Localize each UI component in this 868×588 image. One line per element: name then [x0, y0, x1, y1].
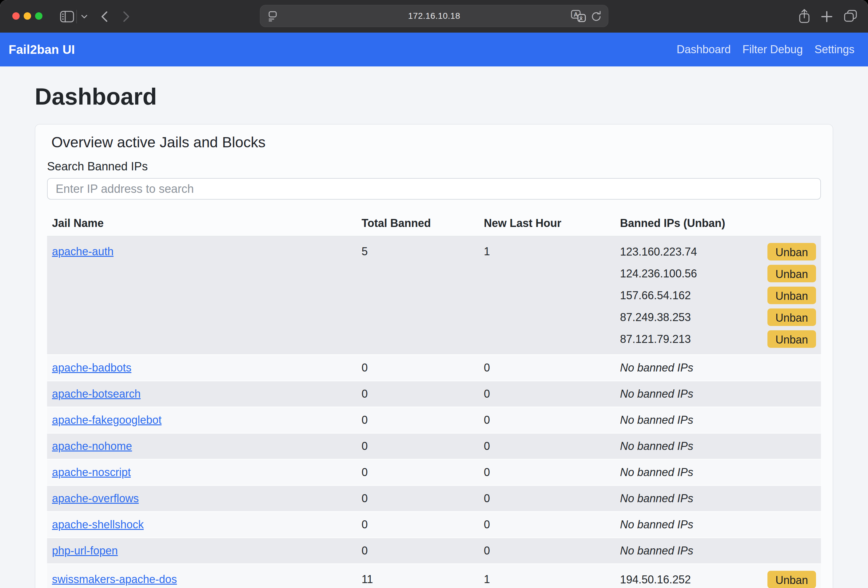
app-brand[interactable]: Fail2ban UI: [9, 43, 75, 57]
table-body: apache-auth 5 1 123.160.223.74Unban124.2…: [47, 236, 821, 588]
total-banned-cell: 11: [356, 563, 479, 588]
card-title: Overview active Jails and Blocks: [52, 134, 821, 151]
table-row: apache-auth 5 1 123.160.223.74Unban124.2…: [47, 236, 821, 354]
banned-ips-cell: No banned IPs: [615, 407, 821, 433]
total-banned-cell: 0: [356, 511, 479, 537]
new-last-hour-cell: 0: [479, 354, 615, 380]
no-banned-ips-text: No banned IPs: [620, 388, 693, 400]
table-row: php-url-fopen 0 0 No banned IPs: [47, 537, 821, 563]
jail-link[interactable]: apache-shellshock: [52, 518, 144, 531]
no-banned-ips-text: No banned IPs: [620, 466, 693, 479]
banned-ip-entry: 123.160.223.74Unban: [620, 241, 816, 262]
address-bar[interactable]: 172.16.10.18 A x̂: [260, 5, 608, 27]
total-banned-cell: 0: [356, 459, 479, 485]
back-chevron-icon: [100, 11, 108, 22]
new-tab-button[interactable]: [821, 10, 833, 23]
unban-button[interactable]: Unban: [768, 287, 816, 304]
table-row: apache-botsearch 0 0 No banned IPs: [47, 380, 821, 407]
banned-ips-cell: No banned IPs: [615, 511, 821, 537]
plus-icon: [821, 10, 833, 23]
close-button[interactable]: [12, 12, 20, 20]
jail-link[interactable]: php-url-fopen: [52, 544, 118, 557]
jail-link[interactable]: apache-nohome: [52, 440, 132, 452]
svg-text:A: A: [574, 11, 578, 18]
share-button[interactable]: [798, 9, 811, 24]
new-last-hour-cell: 1: [479, 563, 615, 588]
banned-ip-entry: 87.249.38.253Unban: [620, 306, 816, 328]
unban-button[interactable]: Unban: [768, 308, 816, 326]
new-last-hour-cell: 0: [479, 459, 615, 485]
nav-link-dashboard[interactable]: Dashboard: [677, 43, 731, 56]
no-banned-ips-text: No banned IPs: [620, 414, 693, 426]
banned-ip-entry: 194.50.16.252Unban: [620, 569, 816, 588]
table-row: apache-overflows 0 0 No banned IPs: [47, 485, 821, 511]
jail-link[interactable]: apache-botsearch: [52, 388, 140, 400]
banned-ip-address: 123.160.223.74: [620, 245, 697, 259]
reload-icon[interactable]: [590, 10, 602, 23]
header-total-banned: Total Banned: [356, 211, 479, 236]
toolbar-separator: [76, 10, 77, 24]
banned-ip-entry: 124.236.100.56Unban: [620, 262, 816, 284]
nav-link-settings[interactable]: Settings: [815, 43, 855, 56]
no-banned-ips-text: No banned IPs: [620, 440, 693, 452]
no-banned-ips-text: No banned IPs: [620, 492, 693, 505]
search-input[interactable]: [47, 178, 821, 200]
app-navbar: Fail2ban UI Dashboard Filter Debug Setti…: [0, 32, 868, 66]
back-button[interactable]: [100, 11, 108, 22]
unban-button[interactable]: Unban: [768, 330, 816, 348]
search-label: Search Banned IPs: [47, 160, 821, 173]
translate-icon[interactable]: A x̂: [571, 10, 586, 24]
jail-link[interactable]: apache-fakegooglebot: [52, 414, 161, 426]
banned-ips-cell: No banned IPs: [615, 380, 821, 407]
unban-button[interactable]: Unban: [768, 265, 816, 282]
new-last-hour-cell: 0: [479, 485, 615, 511]
new-last-hour-cell: 1: [479, 236, 615, 354]
forward-chevron-icon: [123, 11, 130, 22]
banned-ips-cell: 194.50.16.252Unban: [615, 563, 821, 588]
overview-card: Overview active Jails and Blocks Search …: [35, 124, 833, 588]
minimize-button[interactable]: [24, 12, 31, 20]
zoom-button[interactable]: [35, 12, 43, 20]
banned-ips-cell: No banned IPs: [615, 537, 821, 563]
unban-button[interactable]: Unban: [768, 243, 816, 261]
banned-ips-cell: No banned IPs: [615, 459, 821, 485]
total-banned-cell: 0: [356, 354, 479, 380]
banned-ip-address: 87.121.79.213: [620, 332, 691, 346]
total-banned-cell: 0: [356, 433, 479, 459]
share-icon: [798, 9, 811, 24]
tab-overview-button[interactable]: [843, 9, 858, 23]
jail-link[interactable]: swissmakers-apache-dos: [52, 573, 177, 585]
jails-table: Jail Name Total Banned New Last Hour Ban…: [47, 211, 821, 588]
sidebar-toggle-button[interactable]: [60, 10, 74, 23]
banned-ip-address: 194.50.16.252: [620, 573, 691, 587]
nav-link-filter-debug[interactable]: Filter Debug: [743, 43, 803, 56]
total-banned-cell: 0: [356, 407, 479, 433]
table-row: apache-badbots 0 0 No banned IPs: [47, 354, 821, 380]
total-banned-cell: 0: [356, 537, 479, 563]
jail-link[interactable]: apache-overflows: [52, 492, 139, 505]
header-banned-ips: Banned IPs (Unban): [615, 211, 821, 236]
sidebar-toggle-icon: [60, 10, 74, 23]
table-row: apache-noscript 0 0 No banned IPs: [47, 459, 821, 485]
page-title: Dashboard: [35, 66, 833, 110]
sidebar-menu-button[interactable]: [81, 14, 88, 19]
banned-ips-cell: No banned IPs: [615, 354, 821, 380]
traffic-lights: [12, 12, 43, 20]
jail-link[interactable]: apache-noscript: [52, 466, 131, 479]
table-header: Jail Name Total Banned New Last Hour Ban…: [47, 211, 821, 236]
table-row: apache-fakegooglebot 0 0 No banned IPs: [47, 407, 821, 433]
jail-link[interactable]: apache-badbots: [52, 361, 131, 374]
jail-link[interactable]: apache-auth: [52, 245, 114, 258]
banned-ips-cell: No banned IPs: [615, 433, 821, 459]
total-banned-cell: 0: [356, 380, 479, 407]
total-banned-cell: 0: [356, 485, 479, 511]
new-last-hour-cell: 0: [479, 433, 615, 459]
forward-button[interactable]: [123, 11, 130, 22]
unban-button[interactable]: Unban: [768, 571, 816, 588]
table-row: swissmakers-apache-dos 11 1 194.50.16.25…: [47, 563, 821, 588]
header-new-last-hour: New Last Hour: [479, 211, 615, 236]
banned-ip-address: 87.249.38.253: [620, 310, 691, 324]
no-banned-ips-text: No banned IPs: [620, 361, 693, 374]
browser-window: 172.16.10.18 A x̂: [0, 0, 868, 588]
header-jail-name: Jail Name: [47, 211, 356, 236]
